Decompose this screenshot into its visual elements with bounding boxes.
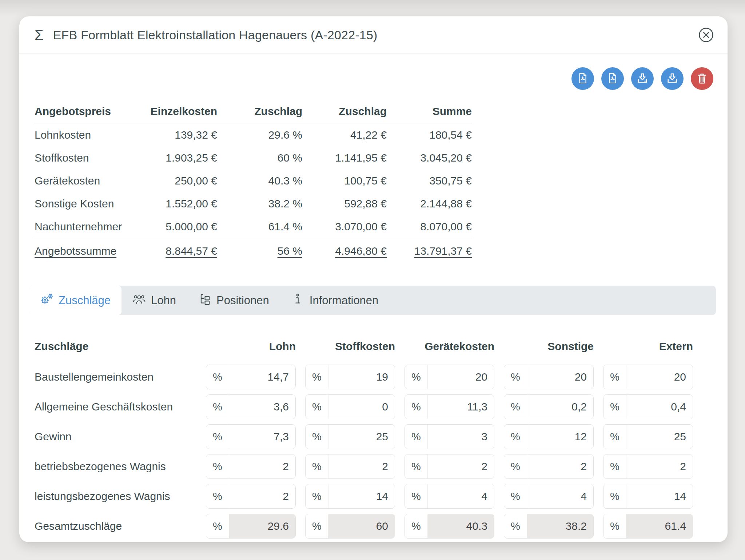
surcharge-row: Allgemeine Geschäftskosten % % % % % [35,392,728,422]
percent-input-group: % [405,424,494,449]
export-pdf-button-2[interactable] [601,67,624,90]
surcharge-input[interactable] [626,454,693,478]
surcharge-input[interactable] [428,484,494,508]
tab-label: Zuschläge [59,294,111,307]
surcharge-input[interactable] [328,454,395,478]
percent-input-group: % [206,424,296,449]
surcharge-input[interactable] [328,425,395,449]
percent-unit: % [206,365,229,389]
offer-price-table: Angebotspreis Einzelkosten Zuschlag Zusc… [35,99,472,263]
percent-unit: % [603,454,626,478]
cell-value: 100,75 € [302,175,387,187]
cell-value: 180,54 € [387,129,472,141]
surcharge-input[interactable] [428,365,494,389]
close-button[interactable] [698,27,714,43]
tab-informationen[interactable]: Informationen [280,286,390,315]
offer-table-header: Angebotspreis Einzelkosten Zuschlag Zusc… [35,99,472,123]
percent-unit: % [603,425,626,449]
surcharge-input[interactable] [527,425,593,449]
download-icon [636,72,649,86]
surcharge-input[interactable] [527,365,593,389]
surcharge-total-input [229,514,295,538]
circle-x-icon [698,27,714,43]
download-button-1[interactable] [631,67,654,90]
surcharge-input[interactable] [229,425,295,449]
surcharge-input[interactable] [626,425,693,449]
surcharge-input[interactable] [229,395,295,419]
surcharge-total-row: Gesamtzuschläge % % % % % [35,511,728,541]
percent-unit: % [206,514,229,538]
surcharge-input[interactable] [527,484,593,508]
surcharge-row: betriebsbezogenes Wagnis % % % % % [35,452,728,481]
percent-input-group: % [405,514,494,539]
table-row: Stoffkosten 1.903,25 € 60 % 1.141,95 € 3… [35,146,472,169]
percent-input-group: % [603,365,693,389]
cell-value: 250,00 € [147,175,217,187]
surcharge-input[interactable] [328,484,395,508]
download-button-2[interactable] [661,67,684,90]
surcharge-input[interactable] [527,395,593,419]
percent-input-group: % [206,394,296,419]
column-header: Summe [387,105,472,118]
percent-unit: % [405,454,428,478]
surcharge-input[interactable] [229,365,295,389]
tab-positionen[interactable]: Positionen [187,286,280,315]
surcharge-input[interactable] [626,395,693,419]
percent-unit: % [504,425,527,449]
row-label: Sonstige Kosten [35,198,147,210]
percent-input-group: % [405,394,494,419]
column-header: Einzelkosten [147,105,217,118]
file-pdf-icon [577,72,589,86]
tab-bar: Zuschläge Lohn [29,286,716,315]
surcharge-input[interactable] [626,484,693,508]
row-label: Stoffkosten [35,152,147,164]
surcharge-input[interactable] [328,365,395,389]
column-header: Stoffkosten [305,340,395,353]
percent-unit: % [206,395,229,419]
percent-unit: % [206,484,229,508]
trash-icon [696,72,708,86]
row-label: Gerätekosten [35,175,147,187]
percent-input-group: % [305,454,395,479]
surcharge-input[interactable] [527,454,593,478]
surcharge-input[interactable] [428,454,494,478]
surcharge-input[interactable] [229,454,295,478]
surcharge-total-input [626,514,693,538]
percent-input-group: % [603,514,693,539]
surcharge-input[interactable] [328,395,395,419]
tab-zuschlaege[interactable]: Zuschläge [29,286,121,315]
surcharge-input[interactable] [626,365,693,389]
percent-unit: % [603,365,626,389]
cell-value: 8.070,00 € [387,221,472,233]
surcharge-total-input [328,514,395,538]
cell-value: 3.045,20 € [387,152,472,164]
dialog-header: Σ EFB Formblatt Elektroinstallation Hage… [19,16,728,54]
percent-unit: % [405,425,428,449]
efb-form-dialog: Σ EFB Formblatt Elektroinstallation Hage… [19,16,728,542]
table-row: Nachunternehmer 5.000,00 € 61.4 % 3.070,… [35,215,472,238]
percent-unit: % [504,365,527,389]
surcharge-input[interactable] [428,395,494,419]
tab-lohn[interactable]: Lohn [121,286,187,315]
percent-unit: % [306,454,328,478]
row-label: Nachunternehmer [35,221,147,233]
percent-unit: % [603,484,626,508]
column-header: Lohn [206,340,296,353]
row-label: Gesamtzuschläge [35,520,196,532]
percent-input-group: % [405,365,494,389]
percent-input-group: % [504,365,594,389]
gears-icon [40,293,53,308]
export-pdf-button-1[interactable] [571,67,594,90]
surcharge-input[interactable] [428,425,494,449]
download-icon [666,72,678,86]
surcharge-input[interactable] [229,484,295,508]
surcharge-row: Baustellengemeinkosten % % % % % [35,362,728,392]
percent-input-group: % [206,454,296,479]
percent-input-group: % [305,484,395,509]
cell-value: 8.844,57 € [147,245,217,257]
cell-value: 41,22 € [302,129,387,141]
delete-button[interactable] [691,67,713,90]
percent-input-group: % [504,394,594,419]
percent-unit: % [603,514,626,538]
cell-value: 350,75 € [387,175,472,187]
